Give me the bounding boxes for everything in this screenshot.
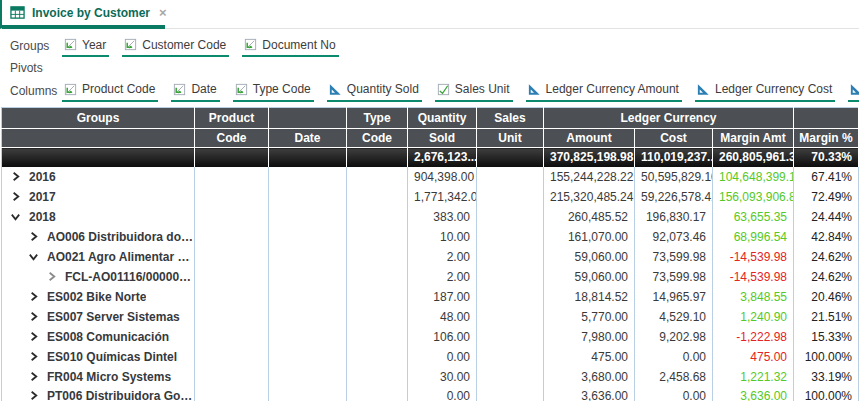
expand-chevron-icon[interactable]: [10, 171, 22, 183]
cell-empty: [269, 387, 347, 401]
row-label: ES007 Server Sistemas: [47, 310, 180, 324]
total-amount: 370,825,198.98: [544, 148, 635, 167]
cell-empty: [477, 187, 544, 207]
header-ledger-currency[interactable]: Ledger Currency: [544, 108, 794, 129]
cell-cost: 9,202.98: [635, 327, 713, 347]
expand-chevron-icon[interactable]: [28, 291, 40, 303]
header-sales[interactable]: Sales: [477, 108, 544, 129]
cell-empty: [347, 247, 408, 267]
group-chip-customer-code[interactable]: Customer Code: [122, 35, 229, 57]
cell-empty: [347, 227, 408, 247]
header-cost[interactable]: Cost: [635, 129, 713, 148]
expand-chevron-icon[interactable]: [28, 331, 40, 343]
cell-empty: [2, 148, 195, 167]
header-date[interactable]: Date: [269, 129, 347, 148]
column-chip-type-code[interactable]: Type Code: [233, 80, 314, 102]
header-quantity[interactable]: Quantity: [408, 108, 477, 129]
collapse-chevron-icon[interactable]: [28, 251, 40, 263]
table-row-2016[interactable]: 2016 904,398.00 155,244,228.22 50,595,82…: [2, 167, 859, 187]
table-row-es007[interactable]: ES007 Server Sistemas 48.00 5,770.00 4,5…: [2, 307, 859, 327]
expand-chevron-icon[interactable]: [28, 390, 40, 401]
column-chip-ledger-currency-cost[interactable]: Ledger Currency Cost: [695, 80, 835, 102]
cell-margin-amt: 1,221.32: [713, 367, 794, 387]
pivot-field-icon: [234, 82, 249, 97]
cell-empty: [269, 347, 347, 367]
cell-margin-pct: 42.84%: [794, 227, 859, 247]
cell-amount: 59,060.00: [544, 247, 635, 267]
header-groups-sub[interactable]: [2, 129, 195, 148]
expand-chevron-icon[interactable]: [28, 351, 40, 363]
cell-empty: [477, 167, 544, 187]
column-chip-quantity-sold[interactable]: Quantity Sold: [327, 80, 422, 102]
header-date-top[interactable]: [269, 108, 347, 129]
expand-chevron-icon[interactable]: [28, 371, 40, 383]
pivot-field-icon: [63, 82, 78, 97]
tab-close-icon[interactable]: ×: [157, 6, 169, 19]
header-product-code[interactable]: Code: [195, 129, 269, 148]
cell-empty: [347, 347, 408, 367]
cell-empty: [347, 367, 408, 387]
table-row-es010[interactable]: ES010 Químicas Dintel 0.00 475.00 0.00 4…: [2, 347, 859, 367]
cell-margin-amt: 63,655.35: [713, 207, 794, 227]
cell-empty: [269, 307, 347, 327]
cell-empty: [269, 367, 347, 387]
header-product[interactable]: Product: [195, 108, 269, 129]
header-amount[interactable]: Amount: [544, 129, 635, 148]
header-type-code[interactable]: Code: [347, 129, 408, 148]
header-type[interactable]: Type: [347, 108, 408, 129]
table-row-ao021[interactable]: AO021 Agro Alimentar do Namibe 2.00 59,0…: [2, 247, 859, 267]
column-chip-date[interactable]: Date: [171, 80, 219, 102]
row-label: 2017: [29, 190, 56, 204]
chart-check-icon: [436, 82, 451, 97]
table-row-es008[interactable]: ES008 Comunicación 106.00 7,980.00 9,202…: [2, 327, 859, 347]
cell-empty: [347, 267, 408, 287]
cell-amount: 59,060.00: [544, 267, 635, 287]
tab-invoice-by-customer[interactable]: Invoice by Customer ×: [2, 0, 165, 29]
cell-empty: [347, 167, 408, 187]
expand-chevron-icon[interactable]: [10, 191, 22, 203]
header-sales-unit[interactable]: Unit: [477, 129, 544, 148]
cell-quantity: 0.00: [408, 347, 477, 367]
column-chip-sales-unit[interactable]: Sales Unit: [435, 80, 513, 102]
tab-title: Invoice by Customer: [32, 6, 150, 20]
groups-label: Groups: [10, 39, 62, 53]
measure-icon: [328, 82, 343, 97]
total-margin-amt: 260,805,961.31: [713, 148, 794, 167]
header-margin-amt[interactable]: Margin Amt: [713, 129, 794, 148]
cell-empty: [195, 227, 269, 247]
cell-quantity: 2.00: [408, 267, 477, 287]
cell-cost: 50,595,829.10: [635, 167, 713, 187]
header-margin-pct-top[interactable]: [794, 108, 859, 129]
row-label: 2016: [29, 170, 56, 184]
group-chip-year[interactable]: Year: [62, 35, 109, 57]
collapse-chevron-icon[interactable]: [10, 211, 22, 223]
column-chip-product-code[interactable]: Product Code: [62, 80, 158, 102]
cell-empty: [477, 387, 544, 401]
cell-amount: 18,814.52: [544, 287, 635, 307]
table-row-ao006[interactable]: AO006 Distribuidora do Caxito 10.00 161,…: [2, 227, 859, 247]
table-row-fcl-document[interactable]: FCL-AO01116/00000001 2.00 59,060.00 73,5…: [2, 267, 859, 287]
expand-chevron-icon[interactable]: [28, 311, 40, 323]
group-chip-document-no[interactable]: Document No: [242, 35, 338, 57]
cell-empty: [195, 287, 269, 307]
grand-total-row: 2,676,123... 370,825,198.98 110,019,237.…: [2, 148, 859, 167]
cell-cost: 0.00: [635, 387, 713, 401]
header-quantity-sold[interactable]: Sold: [408, 129, 477, 148]
cell-quantity: 48.00: [408, 307, 477, 327]
expand-chevron-icon[interactable]: [46, 271, 58, 283]
table-row-pt006[interactable]: PT006 Distribuidora Gomes & Ba... 0.00 3…: [2, 387, 859, 401]
table-row-es002[interactable]: ES002 Bike Norte 187.00 18,814.52 14,965…: [2, 287, 859, 307]
cell-empty: [477, 307, 544, 327]
cell-empty: [347, 387, 408, 401]
column-chip-ledger-currency-amount[interactable]: Ledger Currency Amount: [526, 80, 682, 102]
expand-chevron-icon[interactable]: [28, 231, 40, 243]
header-margin-pct[interactable]: Margin %: [794, 129, 859, 148]
table-row-2017[interactable]: 2017 1,771,342.00 215,320,485.24 59,226,…: [2, 187, 859, 207]
table-row-2018[interactable]: 2018 383.00 260,485.52 196,830.17 63,655…: [2, 207, 859, 227]
column-chip-ledger-currency-margin-amt[interactable]: Ledger Currency Margin Amt: [848, 80, 859, 102]
table-row-fr004[interactable]: FR004 Micro Systems 30.00 3,680.00 2,458…: [2, 367, 859, 387]
header-groups[interactable]: Groups: [2, 108, 195, 129]
cell-quantity: 383.00: [408, 207, 477, 227]
cell-empty: [269, 247, 347, 267]
cell-quantity: 2.00: [408, 247, 477, 267]
